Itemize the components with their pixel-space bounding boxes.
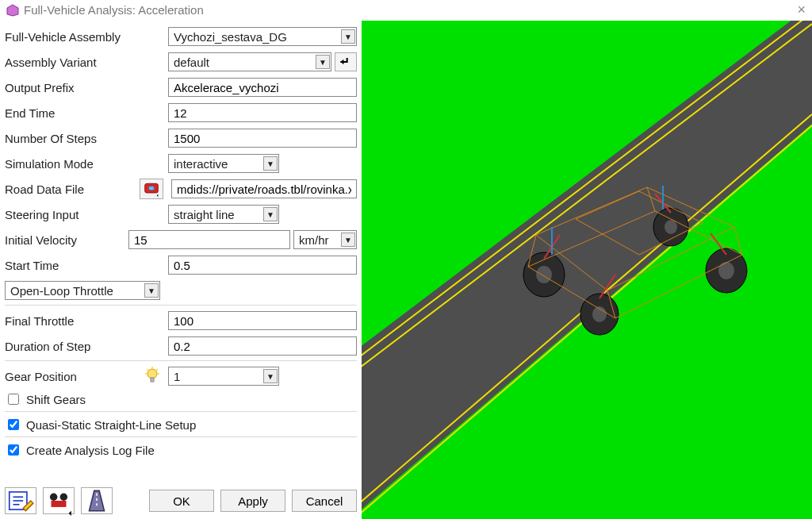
apply-button[interactable]: Apply [220,490,285,512]
svg-rect-19 [52,501,67,507]
quasi-static-checkbox[interactable] [8,419,19,430]
svg-point-18 [60,494,68,502]
edit-icon-button[interactable] [5,487,36,514]
road-icon-button[interactable] [81,487,113,514]
ok-button[interactable]: OK [149,490,214,512]
duration-label: Duration of Step [5,340,168,353]
svg-marker-1 [340,60,343,65]
svg-rect-7 [151,378,154,382]
chevron-down-icon[interactable]: ▼ [341,29,355,44]
chevron-down-icon[interactable]: ▼ [144,283,159,298]
variant-label: Assembly Variant [5,56,168,69]
roadfile-browse-button[interactable]: 66 [140,179,163,199]
chevron-down-icon[interactable]: ▼ [316,55,330,69]
svg-point-33 [718,262,734,279]
app-root: Full-Vehicle Analysis: Acceleration × Fu… [0,0,812,519]
prefix-label: Output Prefix [5,81,168,94]
logfile-checkbox[interactable] [8,444,19,456]
svg-line-12 [156,369,158,371]
settings-panel: Full-Vehicle Assembly Vychozi_sestava_DG… [0,21,362,519]
gear-label: Gear Position [5,370,77,383]
svg-point-29 [536,266,552,283]
steering-label: Steering Input [5,208,168,221]
steps-input[interactable] [168,129,357,148]
chevron-down-icon[interactable]: ▼ [341,233,355,247]
starttime-label: Start Time [5,259,168,272]
steps-label: Number Of Steps [5,132,168,145]
variant-select[interactable]: default ▼ [168,52,331,71]
svg-marker-5 [157,194,159,197]
app-icon [6,4,19,17]
window-title: Full-Vehicle Analysis: Acceleration [24,3,204,17]
quasi-static-label: Quasi-Static Straight-Line Setup [26,418,196,432]
svg-point-6 [147,369,157,379]
shift-gears-label: Shift Gears [26,393,86,406]
svg-text:66: 66 [149,186,154,190]
assembly-label: Full-Vehicle Assembly [5,30,168,44]
close-icon[interactable]: × [797,2,806,18]
initvel-input[interactable] [128,230,290,249]
svg-point-17 [50,494,57,502]
footer: OK Apply Cancel [0,486,362,519]
finalthrottle-label: Final Throttle [5,314,168,328]
svg-marker-20 [69,511,71,516]
chevron-down-icon[interactable]: ▼ [263,369,278,383]
assembly-select[interactable]: Vychozi_sestava_DG ▼ [168,27,357,46]
endtime-input[interactable] [168,103,357,122]
logfile-label: Create Analysis Log File [26,444,155,457]
titlebar: Full-Vehicle Analysis: Acceleration × [0,0,812,21]
chevron-down-icon[interactable]: ▼ [263,156,278,171]
initvel-label: Initial Velocity [5,233,128,247]
variant-return-button[interactable] [335,52,357,71]
roadfile-label: Road Data File [5,183,84,196]
lightbulb-icon[interactable] [143,366,162,387]
svg-line-11 [147,369,148,371]
divider [5,305,357,306]
divider [5,411,357,413]
divider [5,436,357,438]
svg-point-31 [665,220,677,234]
simmode-label: Simulation Mode [5,157,168,171]
assembly-icon-button[interactable] [43,487,75,514]
cancel-button[interactable]: Cancel [292,490,357,512]
starttime-input[interactable] [168,256,357,275]
divider [5,360,357,362]
prefix-input[interactable] [168,78,357,97]
simmode-select[interactable]: interactive ▼ [168,154,279,173]
roadfile-input[interactable] [171,179,357,198]
finalthrottle-input[interactable] [168,311,357,330]
model-viewport[interactable] [362,21,812,519]
throttle-mode-select[interactable]: Open-Loop Throttle ▼ [5,281,160,300]
endtime-label: End Time [5,106,168,120]
steering-select[interactable]: straight line ▼ [168,205,279,224]
svg-marker-0 [7,5,18,16]
shift-gears-checkbox[interactable] [8,394,19,405]
gear-select[interactable]: 1 ▼ [168,367,279,386]
chevron-down-icon[interactable]: ▼ [263,207,278,221]
duration-input[interactable] [168,336,357,356]
initvel-unit-select[interactable]: km/hr ▼ [293,230,357,249]
